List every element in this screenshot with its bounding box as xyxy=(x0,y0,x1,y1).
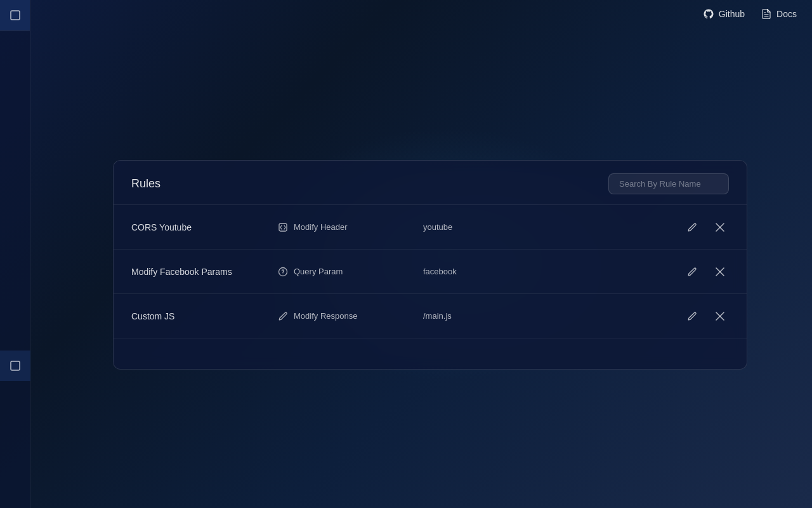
sidebar-mid-item[interactable] xyxy=(0,351,30,381)
delete-button[interactable] xyxy=(711,307,729,325)
sidebar xyxy=(0,0,30,508)
rule-type: Modify Response xyxy=(277,311,423,322)
rule-type: Modify Header xyxy=(277,222,423,233)
row-actions xyxy=(683,307,729,325)
row-actions xyxy=(683,218,729,236)
github-label: Github xyxy=(719,9,745,19)
rule-type-label: Modify Header xyxy=(294,222,348,232)
rule-target: youtube xyxy=(423,222,683,232)
rule-type: Query Param xyxy=(277,266,423,277)
edit-button[interactable] xyxy=(683,218,701,236)
docs-label: Docs xyxy=(776,9,797,19)
svg-point-8 xyxy=(283,273,284,274)
table-row: CORS Youtube Modify Header youtube xyxy=(114,205,747,250)
sidebar-top-item[interactable] xyxy=(0,0,30,30)
rule-type-label: Query Param xyxy=(294,267,343,276)
docs-icon xyxy=(760,8,773,20)
rule-type-label: Modify Response xyxy=(294,311,357,321)
table-row: Custom JS Modify Response /main.js xyxy=(114,294,747,338)
rule-target: /main.js xyxy=(423,311,683,321)
rules-panel: Rules CORS Youtube Modify Header youtube xyxy=(113,160,747,370)
pencil-icon xyxy=(277,311,289,322)
edit-button[interactable] xyxy=(683,263,701,281)
github-nav-item[interactable]: Github xyxy=(697,5,750,23)
github-icon xyxy=(702,8,715,20)
table-row: Modify Facebook Params Query Param faceb… xyxy=(114,250,747,294)
edit-button[interactable] xyxy=(683,307,701,325)
panel-header: Rules xyxy=(114,161,747,205)
top-nav: Github Docs xyxy=(687,0,812,28)
panel-title: Rules xyxy=(131,177,160,190)
delete-button[interactable] xyxy=(711,218,729,236)
search-input[interactable] xyxy=(608,173,729,194)
delete-button[interactable] xyxy=(711,263,729,281)
svg-rect-1 xyxy=(11,361,20,370)
panel-bottom-spacer xyxy=(114,338,747,369)
question-circle-icon xyxy=(277,266,289,277)
svg-rect-0 xyxy=(11,11,20,20)
docs-nav-item[interactable]: Docs xyxy=(755,5,802,23)
rule-name: Modify Facebook Params xyxy=(131,267,277,277)
rule-name: CORS Youtube xyxy=(131,222,277,232)
brackets-icon xyxy=(277,222,289,233)
rule-name: Custom JS xyxy=(131,311,277,321)
row-actions xyxy=(683,263,729,281)
rule-target: facebook xyxy=(423,267,683,276)
